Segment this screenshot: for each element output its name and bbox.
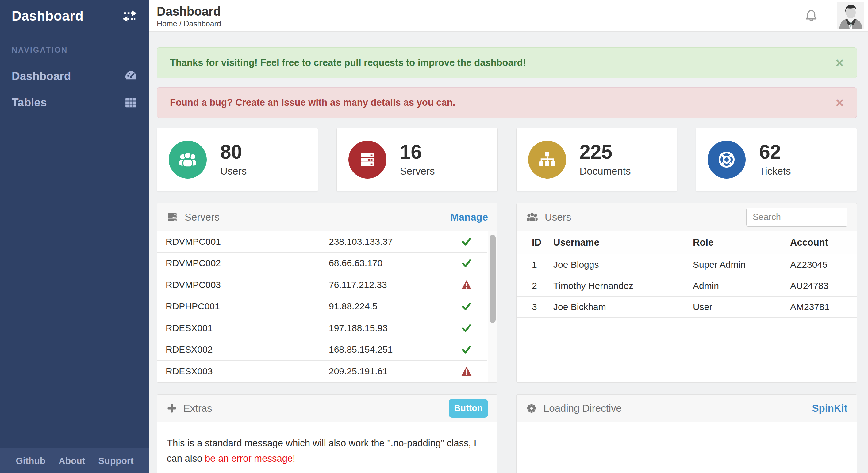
- close-icon[interactable]: ×: [836, 56, 844, 70]
- scrollbar-thumb[interactable]: [490, 235, 496, 323]
- stat-card-tickets: 62 Tickets: [695, 128, 857, 192]
- sidebar: Dashboard NAVIGATION Dashboard Tables Gi…: [0, 0, 149, 473]
- panel-title: Extras: [183, 403, 212, 414]
- status-ok-icon: [445, 236, 487, 247]
- sidebar-item-label: Dashboard: [12, 70, 71, 83]
- user-id: 3: [517, 302, 553, 312]
- stat-cards-row: 80 Users 16 Servers 225 Documents: [157, 128, 857, 192]
- stat-value: 16: [400, 142, 435, 162]
- user-role: Admin: [693, 281, 790, 291]
- user-account: AU24783: [790, 281, 857, 291]
- topbar-right: [804, 2, 868, 29]
- table-row: RDESX002 168.85.154.251: [157, 339, 487, 361]
- breadcrumb: Home / Dashboard: [157, 19, 221, 28]
- sidebar-collapse-icon[interactable]: [122, 9, 138, 22]
- manage-link[interactable]: Manage: [450, 211, 488, 223]
- user-name: Joe Bickham: [553, 302, 693, 312]
- table-row: 1 Joe Bloggs Super Admin AZ23045: [517, 254, 857, 275]
- panel-title: Loading Directive: [544, 403, 622, 414]
- stat-label: Tickets: [759, 165, 791, 177]
- gear-icon: [526, 403, 537, 414]
- user-role: User: [693, 302, 790, 312]
- alert-danger-text: Found a bug? Create an issue with as man…: [170, 97, 455, 108]
- spinkit-link[interactable]: SpinKit: [812, 403, 847, 414]
- user-role: Super Admin: [693, 260, 790, 270]
- users-icon: [526, 211, 538, 224]
- stat-value: 225: [580, 142, 631, 162]
- servers-list: RDVMPC001 238.103.133.37 RDVMPC002 68.66…: [157, 231, 497, 382]
- nav-section-label: NAVIGATION: [0, 46, 149, 55]
- sidebar-nav: Dashboard Tables: [0, 63, 149, 116]
- stat-value: 80: [220, 142, 247, 162]
- server-icon: [348, 141, 386, 179]
- life-ring-icon: [708, 141, 746, 179]
- servers-panel: Servers Manage RDVMPC001 238.103.133.37 …: [157, 203, 497, 383]
- footer-link-github[interactable]: Github: [16, 455, 45, 466]
- server-name: RDPHPC001: [157, 301, 329, 311]
- user-name: Timothy Hernandez: [553, 281, 693, 291]
- server-ip: 168.85.154.251: [329, 344, 445, 355]
- server-name: RDVMPC002: [157, 258, 329, 268]
- user-id: 1: [517, 260, 553, 270]
- avatar[interactable]: [837, 2, 864, 29]
- server-name: RDVMPC001: [157, 236, 329, 247]
- users-icon: [169, 141, 207, 179]
- users-table-header: ID Username Role Account: [517, 231, 857, 254]
- servers-panel-header: Servers Manage: [157, 203, 497, 231]
- notifications-bell-icon[interactable]: [804, 8, 818, 23]
- status-ok-icon: [445, 323, 487, 333]
- scrollbar-track: [488, 231, 497, 382]
- server-ip: 91.88.224.5: [329, 301, 445, 311]
- status-warning-icon: [445, 366, 487, 377]
- table-row: 3 Joe Bickham User AM23781: [517, 297, 857, 318]
- server-name: RDESX002: [157, 344, 329, 355]
- extras-message-error: be an error message!: [205, 453, 296, 464]
- alert-success: Thanks for visiting! Feel free to create…: [157, 47, 857, 78]
- search-input[interactable]: [746, 208, 847, 227]
- table-row: RDVMPC003 76.117.212.33: [157, 274, 487, 296]
- stat-card-users: 80 Users: [157, 128, 318, 192]
- extras-panel-header: Extras Button: [157, 395, 497, 422]
- table-row: 2 Timothy Hernandez Admin AU24783: [517, 275, 857, 297]
- extras-button[interactable]: Button: [449, 399, 488, 417]
- stat-label: Servers: [400, 165, 435, 177]
- server-name: RDESX001: [157, 323, 329, 333]
- panel-title: Users: [545, 211, 571, 223]
- user-name: Joe Bloggs: [553, 260, 693, 270]
- sidebar-item-label: Tables: [12, 96, 46, 109]
- stat-value: 62: [759, 142, 791, 162]
- brand-title: Dashboard: [12, 8, 84, 24]
- stat-label: Documents: [580, 165, 631, 177]
- table-row: RDESX001 197.188.15.93: [157, 317, 487, 339]
- panel-title: Servers: [185, 211, 220, 223]
- topbar: Dashboard Home / Dashboard: [149, 0, 868, 32]
- server-ip: 238.103.133.37: [329, 236, 445, 247]
- stat-label: Users: [220, 165, 247, 177]
- footer-link-support[interactable]: Support: [98, 455, 134, 466]
- sidebar-footer: Github About Support: [0, 448, 149, 473]
- server-name: RDVMPC003: [157, 280, 329, 290]
- page-head: Dashboard Home / Dashboard: [149, 3, 221, 28]
- stat-card-servers: 16 Servers: [337, 128, 498, 192]
- panels-row-1: Servers Manage RDVMPC001 238.103.133.37 …: [157, 203, 857, 383]
- footer-link-about[interactable]: About: [59, 455, 85, 466]
- alert-success-text: Thanks for visiting! Feel free to create…: [170, 57, 526, 68]
- server-ip: 68.66.63.170: [329, 258, 445, 268]
- sidebar-brand: Dashboard: [0, 0, 149, 32]
- column-header: ID: [517, 237, 553, 248]
- server-icon: [166, 211, 179, 223]
- status-ok-icon: [445, 344, 487, 355]
- alert-danger: Found a bug? Create an issue with as man…: [157, 87, 857, 118]
- status-ok-icon: [445, 258, 487, 268]
- close-icon[interactable]: ×: [836, 96, 844, 110]
- sidebar-item-dashboard[interactable]: Dashboard: [0, 63, 149, 90]
- extras-message: This is a standard message which will al…: [157, 422, 488, 466]
- sidebar-item-tables[interactable]: Tables: [0, 90, 149, 116]
- server-name: RDESX003: [157, 366, 329, 376]
- user-account: AM23781: [790, 302, 857, 312]
- plus-icon: [166, 403, 177, 414]
- loading-panel-header: Loading Directive SpinKit: [517, 395, 857, 422]
- user-account: AZ23045: [790, 260, 857, 270]
- table-row: RDVMPC002 68.66.63.170: [157, 253, 487, 274]
- status-ok-icon: [445, 301, 487, 311]
